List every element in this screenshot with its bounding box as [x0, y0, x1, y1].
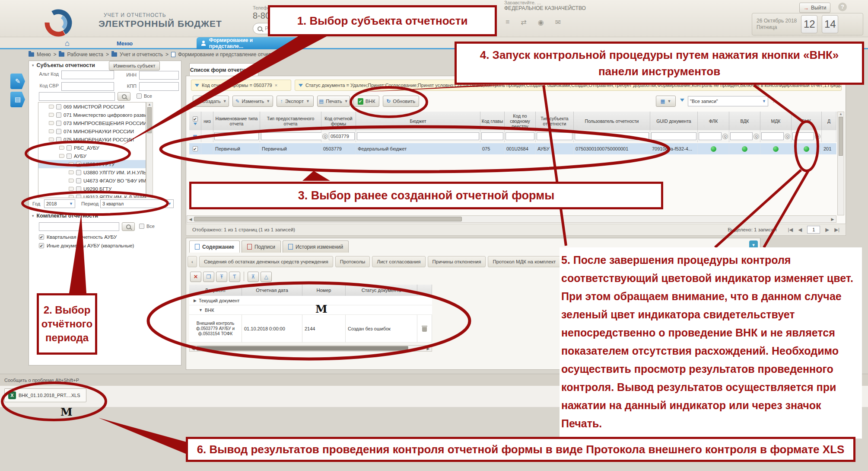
- tree-scrollbar[interactable]: ▲ ▼: [146, 102, 153, 198]
- filter-name-type[interactable]: [214, 132, 259, 140]
- all-subjects-checkbox[interactable]: [137, 93, 142, 99]
- col-header[interactable]: GUID документа: [650, 112, 698, 130]
- subject-search-button[interactable]: [118, 92, 130, 101]
- page-prev-icon[interactable]: ◀: [798, 227, 802, 233]
- scroll-up-icon[interactable]: ▲: [838, 112, 844, 116]
- tree-item[interactable]: 075 МИНОБРНАУКИ РОССИИ: [38, 135, 146, 144]
- grid-hscrollbar[interactable]: ◀ ▶: [187, 215, 836, 223]
- filter-guid[interactable]: [651, 132, 696, 140]
- tab-signatures[interactable]: Подписи: [242, 240, 281, 253]
- kpp-field[interactable]: [139, 82, 179, 91]
- tab-history[interactable]: История изменений: [283, 240, 349, 253]
- delete-icon[interactable]: [422, 326, 427, 332]
- row-checkbox-checked[interactable]: ✔: [193, 146, 198, 151]
- scroll-right-icon[interactable]: ▶: [425, 346, 432, 351]
- help-icon[interactable]: ?: [838, 3, 847, 11]
- tree-item-selected[interactable]: ✔U2684 РГРТУ: [38, 160, 146, 168]
- share-icon[interactable]: ⇄: [521, 18, 526, 26]
- col-header[interactable]: Код по сводному реестру: [505, 112, 536, 130]
- scrollbar-thumb[interactable]: [194, 217, 462, 221]
- crumb-current[interactable]: Формирование и представление отчетности: [178, 51, 284, 58]
- kits-search-field[interactable]: [39, 222, 119, 231]
- vnk-button[interactable]: ✔ВНК: [353, 96, 379, 107]
- filter-vdk[interactable]: [730, 132, 753, 140]
- users-icon[interactable]: ◉: [538, 18, 544, 26]
- item-checkbox[interactable]: [67, 154, 72, 159]
- select-all-header[interactable]: ✔: [189, 112, 201, 130]
- print-button[interactable]: ▤Печать▼: [317, 96, 350, 107]
- scroll-left-icon[interactable]: ◀: [190, 346, 197, 351]
- inn-field[interactable]: [139, 71, 179, 80]
- crumb-workplaces[interactable]: Рабочие места: [67, 51, 103, 58]
- flk-indicator-green[interactable]: [711, 146, 716, 152]
- col-header[interactable]: Тип предоставленного отчета: [260, 112, 321, 130]
- expand-icon-button[interactable]: ❐: [203, 272, 214, 282]
- col-header-clipped[interactable]: низ: [201, 112, 213, 130]
- subtab-mdk[interactable]: Протокол МДК на комплект: [488, 256, 560, 267]
- calc-icon[interactable]: ▦: [193, 134, 197, 139]
- col-header[interactable]: ФЛК: [698, 112, 729, 130]
- item-checkbox[interactable]: [56, 129, 61, 134]
- tree-item[interactable]: 074 МИНОБРНАУКИ РОССИИ: [38, 127, 146, 135]
- expand-right-icon[interactable]: ▶: [194, 298, 197, 303]
- edit-button[interactable]: ✎Изменить▼: [232, 96, 273, 107]
- table-row-selected[interactable]: ✔ Первичный Первичный 0503779 Федеральны…: [189, 143, 836, 154]
- item-checkbox[interactable]: [56, 137, 61, 142]
- tree-item[interactable]: 071 Министерство цифрового развития, свя…: [38, 111, 146, 119]
- subtab-approval[interactable]: Лист согласования: [372, 256, 425, 267]
- filter-mdk[interactable]: [761, 132, 784, 140]
- clear-filter-icon[interactable]: ×: [773, 98, 776, 105]
- filter-vnk[interactable]: [792, 132, 814, 140]
- lookup-icon[interactable]: Q: [754, 134, 759, 139]
- item-checkbox[interactable]: [76, 170, 81, 175]
- tree-item[interactable]: U4673 ФГАОУ ВО "БФУ ИМ. И. КАНТА": [38, 176, 146, 185]
- crumb-accounting[interactable]: Учет и отчетность: [120, 51, 163, 58]
- filter-budget[interactable]: [357, 132, 479, 140]
- lookup-icon[interactable]: Q: [722, 134, 728, 139]
- page-next-icon[interactable]: ▶: [825, 227, 829, 233]
- home-icon[interactable]: ⌂: [65, 39, 70, 48]
- col-doc[interactable]: Документ: [189, 285, 242, 296]
- tab-content[interactable]: Содержание: [189, 240, 240, 253]
- scrollbar-thumb[interactable]: [147, 107, 152, 133]
- col-header[interactable]: Наименование типа отчета: [213, 112, 260, 130]
- item-checkbox[interactable]: [76, 178, 81, 183]
- collapse-tree-button[interactable]: Ŧ: [216, 272, 227, 282]
- inner-hscrollbar[interactable]: ◀ ▶: [189, 345, 432, 352]
- group-row-vnk[interactable]: ▼ ВНК: [189, 305, 432, 315]
- mdk-indicator-green[interactable]: [773, 146, 779, 152]
- col-date[interactable]: Отчетная дата: [242, 285, 302, 296]
- page-number-input[interactable]: [807, 226, 820, 234]
- tree-item[interactable]: U3880 УЛГПУ ИМ. И.Н.УЛЬЯНОВА: [38, 168, 146, 176]
- change-subject-button[interactable]: Изменить субъект: [109, 61, 160, 70]
- refresh-button[interactable]: ↻Обновить: [383, 96, 419, 107]
- mail-icon[interactable]: ✉: [555, 18, 561, 26]
- kit-checkbox-checked[interactable]: ✔: [39, 234, 44, 240]
- col-header[interactable]: Код главы: [480, 112, 505, 130]
- tree-item[interactable]: 073 МИНПРОСВЕЩЕНИЯ РОССИИ: [38, 119, 146, 127]
- expand-down-icon[interactable]: ▼: [199, 308, 203, 312]
- col-header[interactable]: ВДК: [729, 112, 760, 130]
- chevron-down-icon[interactable]: ▾: [32, 63, 34, 67]
- col-status[interactable]: Статус документа: [346, 285, 417, 296]
- tree-item[interactable]: U9290 БГТУ: [38, 185, 146, 193]
- kits-search-button[interactable]: [122, 222, 135, 231]
- lookup-icon[interactable]: Q: [322, 134, 328, 139]
- scroll-right-icon[interactable]: ▶: [829, 217, 836, 221]
- item-checkbox-checked[interactable]: ✔: [76, 162, 81, 167]
- col-num[interactable]: Номер: [302, 285, 346, 296]
- logout-button[interactable]: → Выйти: [799, 3, 830, 13]
- col-header-clipped[interactable]: Д: [822, 112, 836, 130]
- grid-vscrollbar[interactable]: ▲: [837, 112, 844, 215]
- edit-edge-button[interactable]: ✎: [10, 74, 25, 89]
- item-checkbox[interactable]: [56, 112, 61, 118]
- period-select[interactable]: 3 квартал▼: [100, 199, 174, 208]
- inner-table-row[interactable]: Внешний контроль ф.0503779 АУ/БУ и ф.050…: [189, 315, 432, 343]
- tree-item[interactable]: АУБУ: [38, 152, 146, 160]
- vdk-indicator-green[interactable]: [742, 146, 747, 152]
- cancel-icon-button[interactable]: ✕: [190, 272, 201, 282]
- filter-registry[interactable]: [506, 132, 534, 140]
- list-panel-tab[interactable]: Список форм отчетности: [189, 63, 258, 76]
- create-button[interactable]: ▣Создать▼: [193, 96, 229, 107]
- kit-checkbox-checked[interactable]: ✔: [39, 243, 44, 248]
